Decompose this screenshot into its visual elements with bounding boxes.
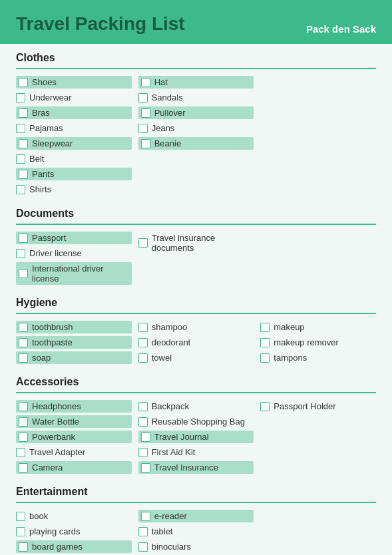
checkbox-icon[interactable] <box>138 323 148 332</box>
list-item[interactable]: board games <box>16 540 132 553</box>
entertainment-col3 <box>260 510 376 555</box>
checkbox-icon[interactable] <box>19 338 28 347</box>
header: Travel Packing List Pack den Sack <box>0 0 392 44</box>
list-item[interactable]: Shoes <box>16 76 132 89</box>
checkbox-icon[interactable] <box>141 512 150 521</box>
checkbox-icon[interactable] <box>19 78 28 87</box>
list-item[interactable]: Travel Adapter <box>16 446 132 459</box>
list-item[interactable]: Passport <box>16 232 132 244</box>
list-item[interactable]: binoculars <box>138 540 254 553</box>
list-item[interactable]: Pullover <box>138 106 254 119</box>
checkbox-icon[interactable] <box>19 269 28 278</box>
list-item[interactable]: Underwear <box>16 91 132 104</box>
list-item[interactable]: book <box>16 510 132 522</box>
checkbox-icon[interactable] <box>19 353 28 363</box>
clothes-items: Shoes Underwear Bras Pajamas Sleepwear B… <box>16 76 376 196</box>
list-item[interactable]: First Aid Kit <box>138 446 254 459</box>
checkbox-icon[interactable] <box>138 353 148 363</box>
checkbox-icon[interactable] <box>141 78 150 87</box>
accessories-col2: Backpack Reusable Shopping Bag Travel Jo… <box>138 400 254 474</box>
list-item[interactable]: makeup <box>260 321 376 333</box>
checkbox-icon[interactable] <box>19 234 28 243</box>
list-item[interactable]: Backpack <box>138 400 254 413</box>
checkbox-icon[interactable] <box>141 463 150 472</box>
checkbox-icon[interactable] <box>138 542 148 552</box>
checkbox-icon[interactable] <box>16 154 25 164</box>
list-item[interactable]: makeup remover <box>260 336 376 349</box>
checkbox-icon[interactable] <box>138 238 148 248</box>
checkbox-icon[interactable] <box>16 185 25 194</box>
list-item[interactable]: Beanie <box>138 137 254 150</box>
accessories-col1: Headphones Water Bottle Powerbank Travel… <box>16 400 132 474</box>
checkbox-icon[interactable] <box>16 124 25 133</box>
checkbox-icon[interactable] <box>260 353 270 363</box>
checkbox-icon[interactable] <box>19 417 28 427</box>
checkbox-icon[interactable] <box>138 417 148 427</box>
section-title-entertainment: Entertainment <box>16 486 376 498</box>
list-item[interactable]: Bras <box>16 106 132 119</box>
list-item[interactable]: Passport Holder <box>260 400 376 413</box>
list-item[interactable]: Sandals <box>138 91 254 104</box>
list-item[interactable]: tampons <box>260 351 376 364</box>
entertainment-col1: book playing cards board games puzzle he… <box>16 510 132 555</box>
checkbox-icon[interactable] <box>141 108 150 118</box>
divider-documents <box>16 224 376 225</box>
list-item[interactable]: Travel Journal <box>138 431 254 443</box>
list-item[interactable]: Powerbank <box>16 431 132 443</box>
list-item[interactable]: towel <box>138 351 254 364</box>
checkbox-icon[interactable] <box>141 433 150 442</box>
checkbox-icon[interactable] <box>19 139 28 148</box>
checkbox-icon[interactable] <box>138 93 148 102</box>
checkbox-icon[interactable] <box>138 338 148 347</box>
list-item[interactable]: toothpaste <box>16 336 132 349</box>
checkbox-icon[interactable] <box>16 512 25 521</box>
checkbox-icon[interactable] <box>19 463 28 472</box>
checkbox-icon[interactable] <box>16 249 25 258</box>
checkbox-icon[interactable] <box>16 527 25 536</box>
list-item[interactable]: Travel Insurance <box>138 461 254 474</box>
checkbox-icon[interactable] <box>260 323 270 332</box>
checkbox-icon[interactable] <box>19 108 28 118</box>
checkbox-icon[interactable] <box>16 448 25 457</box>
list-item[interactable]: Water Bottle <box>16 415 132 428</box>
list-item[interactable]: e-reader <box>138 510 254 522</box>
list-item[interactable]: Travel insurance documents <box>138 232 254 254</box>
section-hygiene: Hygiene toothbrush toothpaste soap shamp… <box>16 297 376 364</box>
section-entertainment: Entertainment book playing cards board g… <box>16 486 376 555</box>
list-item[interactable]: deodorant <box>138 336 254 349</box>
list-item[interactable]: shampoo <box>138 321 254 333</box>
list-item[interactable]: Jeans <box>138 122 254 134</box>
checkbox-icon[interactable] <box>19 402 28 411</box>
list-item[interactable]: Belt <box>16 152 132 165</box>
list-item[interactable]: Camera <box>16 461 132 474</box>
list-item[interactable]: Pants <box>16 168 132 180</box>
list-item[interactable]: Driver license <box>16 247 132 260</box>
list-item[interactable]: toothbrush <box>16 321 132 333</box>
list-item[interactable]: Sleepwear <box>16 137 132 150</box>
list-item[interactable]: tablet <box>138 525 254 538</box>
checkbox-icon[interactable] <box>16 93 25 102</box>
list-item[interactable]: soap <box>16 351 132 364</box>
checkbox-icon[interactable] <box>138 124 148 133</box>
list-item[interactable]: playing cards <box>16 525 132 538</box>
list-item[interactable]: Hat <box>138 76 254 89</box>
list-item[interactable]: Shirts <box>16 183 132 196</box>
clothes-col1: Shoes Underwear Bras Pajamas Sleepwear B… <box>16 76 132 196</box>
checkbox-icon[interactable] <box>19 323 28 332</box>
list-item[interactable]: Headphones <box>16 400 132 413</box>
list-item[interactable]: International driver license <box>16 262 132 285</box>
checkbox-icon[interactable] <box>138 402 148 411</box>
checkbox-icon[interactable] <box>260 338 270 347</box>
checkbox-icon[interactable] <box>141 139 150 148</box>
documents-col3 <box>260 232 376 285</box>
checkbox-icon[interactable] <box>138 448 148 457</box>
checkbox-icon[interactable] <box>138 527 148 536</box>
accessories-col3: Passport Holder <box>260 400 376 474</box>
list-item[interactable]: Reusable Shopping Bag <box>138 415 254 428</box>
checkbox-icon[interactable] <box>19 433 28 442</box>
documents-col2: Travel insurance documents <box>138 232 254 285</box>
checkbox-icon[interactable] <box>19 170 28 179</box>
checkbox-icon[interactable] <box>260 402 270 411</box>
checkbox-icon[interactable] <box>19 542 28 552</box>
list-item[interactable]: Pajamas <box>16 122 132 134</box>
